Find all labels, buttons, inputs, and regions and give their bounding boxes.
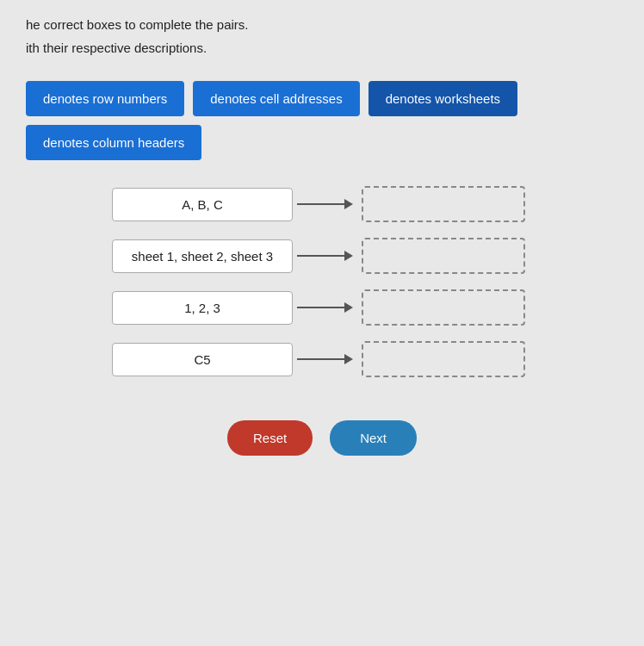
next-button[interactable]: Next: [330, 420, 417, 456]
option-row-numbers[interactable]: denotes row numbers: [26, 81, 184, 116]
source-c5: C5: [112, 343, 293, 376]
arrow-sheet: [293, 255, 362, 257]
source-sheet: sheet 1, sheet 2, sheet 3: [112, 239, 293, 273]
match-row-abc: A, B, C: [112, 186, 618, 222]
arrow-c5: [293, 358, 362, 360]
match-row-123: 1, 2, 3: [112, 289, 618, 326]
instruction-line2: ith their respective descriptions.: [26, 40, 618, 55]
source-abc: A, B, C: [112, 188, 293, 221]
target-c5[interactable]: [362, 341, 525, 377]
reset-button[interactable]: Reset: [227, 420, 313, 456]
match-row-sheet: sheet 1, sheet 2, sheet 3: [112, 238, 618, 274]
option-worksheets[interactable]: denotes worksheets: [368, 81, 517, 116]
match-row-c5: C5: [112, 341, 618, 377]
options-container: denotes row numbers denotes cell address…: [26, 81, 618, 160]
arrow-abc: [293, 203, 362, 205]
target-sheet[interactable]: [362, 238, 525, 274]
option-cell-addresses[interactable]: denotes cell addresses: [193, 81, 359, 116]
source-123: 1, 2, 3: [112, 291, 293, 325]
matching-area: A, B, C sheet 1, sheet 2, sheet 3 1, 2, …: [112, 186, 618, 377]
target-123[interactable]: [362, 289, 525, 326]
arrow-123: [293, 307, 362, 308]
instruction-line1: he correct boxes to complete the pairs.: [26, 17, 618, 32]
option-column-headers[interactable]: denotes column headers: [26, 125, 201, 160]
button-row: Reset Next: [26, 420, 618, 456]
target-abc[interactable]: [362, 186, 525, 222]
